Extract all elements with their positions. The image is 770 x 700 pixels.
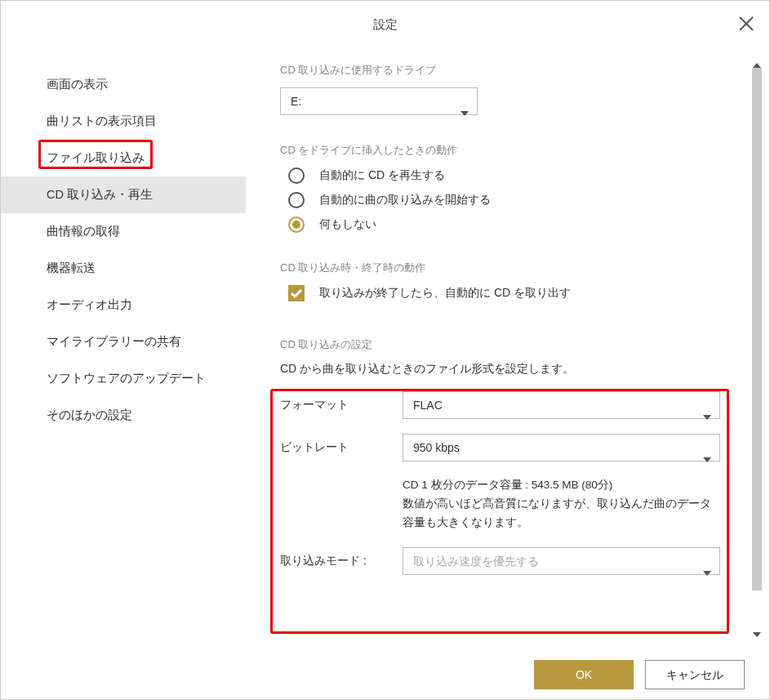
check-auto-eject[interactable]: 取り込みが終了したら、自動的に CD を取り出す xyxy=(288,285,720,301)
chevron-down-icon xyxy=(461,99,469,125)
format-label: フォーマット xyxy=(280,398,394,412)
radio-do-nothing[interactable]: 何もしない xyxy=(288,216,720,233)
sidebar-item-audio-output[interactable]: オーディオ出力 xyxy=(1,287,246,323)
radio-label: 自動的に曲の取り込みを開始する xyxy=(319,193,491,207)
sidebar-item-display[interactable]: 画面の表示 xyxy=(1,66,246,103)
bitrate-select[interactable]: 950 kbps xyxy=(403,434,720,461)
settings-sidebar: 画面の表示 曲リストの表示項目 ファイル取り込み CD 取り込み・再生 曲情報の… xyxy=(1,42,246,650)
radio-auto-import[interactable]: 自動的に曲の取り込みを開始する xyxy=(288,192,720,208)
quality-note: 数値が高いほど高音質になりますが、取り込んだ曲のデータ容量も大きくなります。 xyxy=(403,495,720,533)
mode-value: 取り込み速度を優先する xyxy=(413,555,539,568)
sidebar-item-songlist[interactable]: 曲リストの表示項目 xyxy=(1,103,246,140)
radio-label: 何もしない xyxy=(319,217,376,232)
drive-select-value: E: xyxy=(291,95,301,108)
radio-icon xyxy=(288,167,305,184)
sidebar-item-software-update[interactable]: ソフトウェアのアップデート xyxy=(1,360,246,397)
sidebar-item-song-info[interactable]: 曲情報の取得 xyxy=(1,213,246,250)
radio-icon xyxy=(288,216,305,233)
dialog-title: 設定 xyxy=(373,17,398,31)
chevron-down-icon xyxy=(703,559,711,585)
scroll-down-button[interactable] xyxy=(750,627,764,642)
chevron-down-icon xyxy=(703,403,711,429)
sidebar-item-device-transfer[interactable]: 機器転送 xyxy=(1,250,246,287)
size-note: CD 1 枚分のデータ容量 : 543.5 MB (80分) xyxy=(403,476,720,495)
mode-select[interactable]: 取り込み速度を優先する xyxy=(403,547,720,575)
finish-heading: CD 取り込み時・終了時の動作 xyxy=(280,261,720,275)
drive-select[interactable]: E: xyxy=(280,87,478,115)
sidebar-item-cd-import-play[interactable]: CD 取り込み・再生 xyxy=(1,176,246,213)
cancel-button[interactable]: キャンセル xyxy=(645,660,745,689)
scrollbar-thumb[interactable] xyxy=(752,68,762,591)
settings-dialog: 設定 画面の表示 曲リストの表示項目 ファイル取り込み CD 取り込み・再生 曲… xyxy=(0,0,770,700)
checkbox-icon xyxy=(288,285,305,301)
mode-label: 取り込みモード : xyxy=(280,554,394,568)
drive-heading: CD 取り込みに使用するドライブ xyxy=(280,63,720,78)
close-button[interactable] xyxy=(735,16,758,38)
sidebar-item-other[interactable]: そのほかの設定 xyxy=(1,397,246,434)
radio-icon xyxy=(288,192,305,208)
chevron-down-icon xyxy=(703,445,711,471)
settings-content: CD 取り込みに使用するドライブ E: CD をドライブに挿入したときの動作 自… xyxy=(246,42,745,650)
radio-label: 自動的に CD を再生する xyxy=(319,168,445,183)
rip-desc: CD から曲を取り込むときのファイル形式を設定します。 xyxy=(280,362,720,377)
radio-auto-play[interactable]: 自動的に CD を再生する xyxy=(288,167,720,184)
format-value: FLAC xyxy=(413,399,443,412)
format-select[interactable]: FLAC xyxy=(403,391,720,419)
bitrate-label: ビットレート xyxy=(280,440,394,455)
ok-button[interactable]: OK xyxy=(534,660,634,689)
bitrate-value: 950 kbps xyxy=(413,441,460,454)
check-label: 取り込みが終了したら、自動的に CD を取り出す xyxy=(319,286,571,301)
insert-heading: CD をドライブに挿入したときの動作 xyxy=(280,143,720,158)
sidebar-item-file-import[interactable]: ファイル取り込み xyxy=(1,140,246,176)
rip-heading: CD 取り込みの設定 xyxy=(280,337,720,352)
sidebar-item-library-share[interactable]: マイライブラリーの共有 xyxy=(1,323,246,360)
